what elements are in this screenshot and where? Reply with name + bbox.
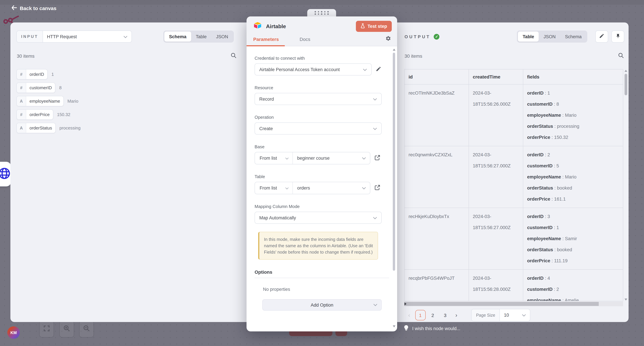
mapping-mode-label: Mapping Column Mode	[254, 204, 389, 209]
screen: Back to canvas KM	[0, 0, 644, 346]
input-tab-table[interactable]: Table	[191, 32, 212, 42]
page-number-button[interactable]: 2	[428, 310, 438, 320]
top-bar-shadow	[0, 0, 644, 5]
zoom-out-icon	[83, 325, 90, 334]
schema-field-row[interactable]: #orderID1	[16, 69, 54, 80]
test-step-label: Test step	[368, 24, 387, 29]
pagination: ‹ 123 › Page Size 10	[404, 309, 624, 321]
input-source-select[interactable]: INPUT HTTP Request	[16, 30, 132, 42]
zoom-in-button[interactable]	[59, 321, 74, 338]
base-select[interactable]: From list beginner course	[254, 152, 370, 164]
external-link-icon	[374, 184, 380, 192]
resource-select[interactable]: Record	[254, 93, 382, 105]
modal-scrollbar[interactable]	[392, 49, 396, 328]
schema-field-row[interactable]: AorderStatusprocessing	[16, 123, 80, 133]
gear-icon[interactable]	[386, 36, 391, 42]
column-header-createdtime[interactable]: createdTime	[468, 70, 523, 84]
next-page-button[interactable]: ›	[451, 312, 461, 318]
pin-data-button[interactable]	[612, 30, 624, 42]
scroll-up-icon[interactable]	[624, 70, 627, 72]
schema-field-pill[interactable]: AorderStatus	[16, 123, 56, 133]
node-feedback-link[interactable]: I wish this node would...	[404, 325, 460, 332]
edit-credential-button[interactable]	[376, 66, 381, 73]
output-tab-schema[interactable]: Schema	[560, 32, 586, 42]
chevron-down-icon	[363, 67, 367, 72]
schema-field-name: orderPrice	[26, 110, 53, 120]
vertical-scroll-thumb[interactable]	[624, 74, 627, 95]
input-tab-json[interactable]: JSON	[211, 32, 233, 42]
scroll-down-icon[interactable]	[624, 298, 627, 300]
table-row[interactable]: recHkjeKuDloybxTx2024-03-18T15:56:27.000…	[404, 208, 623, 269]
page-size-value: 10	[504, 312, 509, 318]
table-vertical-scrollbar[interactable]	[624, 69, 628, 301]
page-number-list: 123	[414, 310, 451, 320]
tab-parameters[interactable]: Parameters	[246, 32, 279, 46]
table-row[interactable]: recOTlmNKJDe3bSaZ2024-03-18T15:56:26.000…	[404, 84, 623, 146]
pencil-icon	[376, 66, 381, 73]
input-panel: INPUT HTTP Request Schema Table JSON 30 …	[10, 22, 246, 322]
test-step-button[interactable]: Test step	[356, 21, 392, 32]
avatar[interactable]: KM	[8, 326, 20, 339]
schema-field-row[interactable]: #customerID8	[16, 82, 62, 93]
scroll-up-icon[interactable]	[392, 49, 395, 51]
number-type-icon: #	[17, 70, 26, 79]
page-number-button[interactable]: 3	[440, 310, 450, 320]
output-view-tabs: Table JSON Schema	[517, 30, 587, 42]
column-header-id[interactable]: id	[404, 70, 468, 84]
schema-field-pill[interactable]: #orderID	[16, 69, 48, 80]
open-base-external-button[interactable]	[374, 155, 380, 162]
operation-select[interactable]: Create	[254, 122, 382, 134]
table-row[interactable]: rec0qnwmkvCZXlZxL2024-03-18T15:56:27.000…	[404, 146, 623, 208]
output-tab-json[interactable]: JSON	[539, 32, 560, 42]
open-table-external-button[interactable]	[374, 184, 380, 192]
schema-field-value: 150.32	[57, 112, 70, 117]
options-section-label: Options	[254, 269, 389, 278]
chevron-down-icon	[285, 156, 289, 161]
string-type-icon: A	[17, 123, 26, 133]
table-row[interactable]: recqbrPbFGS4WPoJT2024-03-18T15:56:28.000…	[404, 269, 623, 301]
tab-docs[interactable]: Docs	[293, 32, 310, 46]
add-option-button[interactable]: Add Option	[262, 299, 382, 310]
back-to-canvas-button[interactable]: Back to canvas	[12, 5, 56, 11]
credential-label: Credential to connect with	[254, 56, 389, 61]
cell-id: rec0qnwmkvCZXlZxL	[404, 146, 468, 208]
prev-page-button[interactable]: ‹	[404, 312, 414, 318]
page-size-select[interactable]: Page Size 10	[472, 309, 530, 321]
input-tab-schema[interactable]: Schema	[164, 32, 191, 42]
mapping-mode-select[interactable]: Map Automatically	[254, 212, 382, 224]
table-horizontal-scrollbar[interactable]	[404, 302, 623, 306]
schema-field-pill[interactable]: #customerID	[16, 82, 56, 93]
output-tab-table[interactable]: Table	[518, 32, 539, 42]
base-value: beginner course	[297, 156, 330, 161]
output-data-table: id createdTime fields recOTlmNKJDe3bSaZ2…	[404, 69, 623, 301]
table-value: orders	[297, 186, 310, 190]
column-header-fields[interactable]: fields	[523, 70, 623, 84]
schema-field-pill[interactable]: AemployeeName	[16, 96, 64, 106]
schema-field-value: processing	[59, 126, 80, 130]
schema-field-row[interactable]: AemployeeNameMario	[16, 96, 78, 106]
modal-header: Airtable Test step Parameters Docs	[246, 16, 397, 46]
chevron-down-icon	[124, 34, 128, 39]
zoom-to-fit-button[interactable]	[39, 321, 54, 338]
base-mode-value: From list	[260, 156, 277, 161]
credential-select[interactable]: Airtable Personal Access Token account	[254, 64, 372, 76]
page-number-button[interactable]: 1	[415, 310, 426, 320]
edit-output-button[interactable]	[595, 30, 608, 42]
scroll-down-icon[interactable]	[392, 325, 395, 328]
mapping-mode-notice: In this mode, make sure the incoming dat…	[258, 232, 378, 260]
schema-field-row[interactable]: #orderPrice150.32	[16, 109, 70, 120]
cell-fields: orderID : 4customerID : 2employeeName : …	[523, 269, 623, 301]
search-icon[interactable]	[618, 52, 624, 60]
input-source-value: HTTP Request	[47, 34, 77, 39]
chevron-down-icon	[362, 156, 366, 161]
http-request-node-tab[interactable]	[0, 162, 12, 186]
schema-field-pill[interactable]: #orderPrice	[16, 109, 53, 120]
mapping-mode-value: Map Automatically	[259, 215, 296, 220]
search-icon[interactable]	[230, 52, 237, 60]
scroll-right-icon[interactable]	[404, 302, 406, 305]
back-to-canvas-label: Back to canvas	[20, 5, 56, 11]
modal-scroll-thumb[interactable]	[393, 53, 395, 271]
table-select[interactable]: From list orders	[254, 182, 370, 194]
zoom-out-button[interactable]	[79, 321, 94, 338]
horizontal-scroll-thumb[interactable]	[404, 302, 599, 306]
